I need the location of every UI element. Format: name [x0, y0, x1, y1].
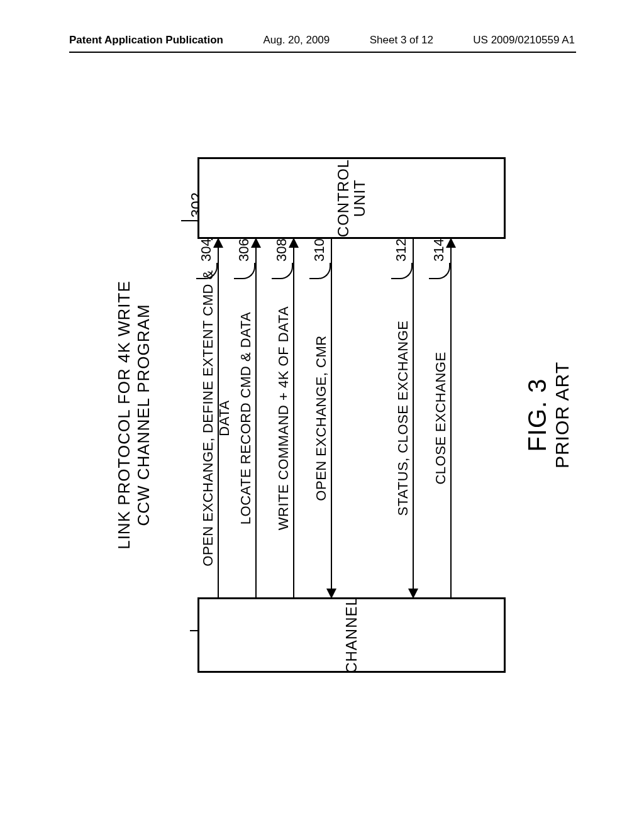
ref-306: 306 — [234, 238, 255, 279]
header-pubno: US 2009/0210559 A1 — [473, 34, 575, 47]
ref-308: 308 — [272, 238, 293, 279]
figure-title-line1: LINK PROTOCOL FOR 4K WRITE — [114, 157, 134, 673]
control-unit-label-l1: CONTROL — [335, 159, 352, 237]
leader-line-icon — [196, 263, 218, 279]
ref-312-text: 312 — [393, 238, 409, 262]
header-left: Patent Application Publication — [69, 34, 223, 47]
channel-label: CHANNEL — [343, 597, 360, 673]
figure-prior-art: PRIOR ART — [552, 157, 573, 673]
ref-312: 312 — [391, 238, 413, 279]
arrow-label-310: OPEN EXCHANGE, CMR — [313, 264, 330, 572]
arrow-314 — [450, 239, 452, 597]
leader-line-icon — [429, 263, 450, 279]
page-header: Patent Application Publication Aug. 20, … — [0, 34, 644, 47]
arrow-label-312: STATUS, CLOSE EXCHANGE — [395, 264, 411, 572]
arrow-label-306: LOCATE RECORD CMD & DATA — [238, 264, 254, 572]
leader-line-icon — [391, 263, 413, 279]
leader-line-icon — [272, 263, 293, 279]
figure-inner: LINK PROTOCOL FOR 4K WRITE CCW CHANNEL P… — [108, 157, 536, 673]
figure-caption: FIG. 3 PRIOR ART — [523, 157, 573, 673]
header-date: Aug. 20, 2009 — [263, 34, 330, 47]
figure-title-line2: CCW CHANNEL PROGRAM — [134, 157, 153, 673]
arrow-label-304: OPEN EXCHANGE, DEFINE EXTENT CMD & DATA — [200, 264, 233, 572]
arrow-label-314: CLOSE EXCHANGE — [433, 264, 449, 572]
arrow-label-308: WRITE COMMAND + 4K OF DATA — [275, 264, 292, 572]
figure-number: FIG. 3 — [523, 157, 552, 673]
control-unit-box: CONTROL UNIT — [197, 157, 506, 239]
leader-line-icon — [309, 263, 331, 279]
arrow-308 — [293, 239, 294, 597]
arrow-312 — [413, 239, 414, 597]
figure-3: LINK PROTOCOL FOR 4K WRITE CCW CHANNEL P… — [64, 93, 580, 737]
ref-310: 310 — [309, 238, 331, 279]
figure-title: LINK PROTOCOL FOR 4K WRITE CCW CHANNEL P… — [114, 157, 153, 673]
ref-306-text: 306 — [236, 238, 252, 262]
ref-308-text: 308 — [274, 238, 289, 262]
leader-line-icon — [234, 263, 255, 279]
channel-box: CHANNEL — [197, 597, 506, 673]
control-unit-label: CONTROL UNIT — [335, 159, 369, 237]
header-sheet: Sheet 3 of 12 — [370, 34, 433, 47]
control-unit-label-l2: UNIT — [351, 179, 368, 217]
ref-310-text: 310 — [311, 238, 327, 262]
arrow-310 — [331, 239, 332, 597]
protocol-diagram: 300 302 CHANNEL CONTROL UNIT OPEN EXCHAN… — [160, 157, 512, 673]
ref-304: 304 — [196, 238, 218, 279]
ref-314: 314 — [429, 238, 450, 279]
ref-314-text: 314 — [431, 238, 447, 262]
ref-304-text: 304 — [198, 238, 214, 262]
header-rule — [69, 52, 576, 53]
arrow-306 — [255, 239, 257, 597]
